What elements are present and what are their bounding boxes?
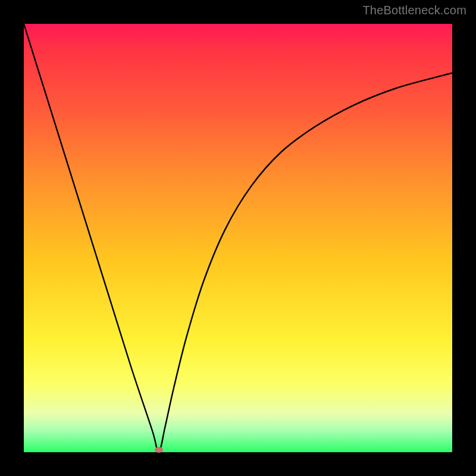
watermark-text: TheBottleneck.com [362,4,466,17]
plot-area [24,24,452,452]
minimum-marker [155,447,163,453]
chart-frame: TheBottleneck.com [0,0,476,476]
